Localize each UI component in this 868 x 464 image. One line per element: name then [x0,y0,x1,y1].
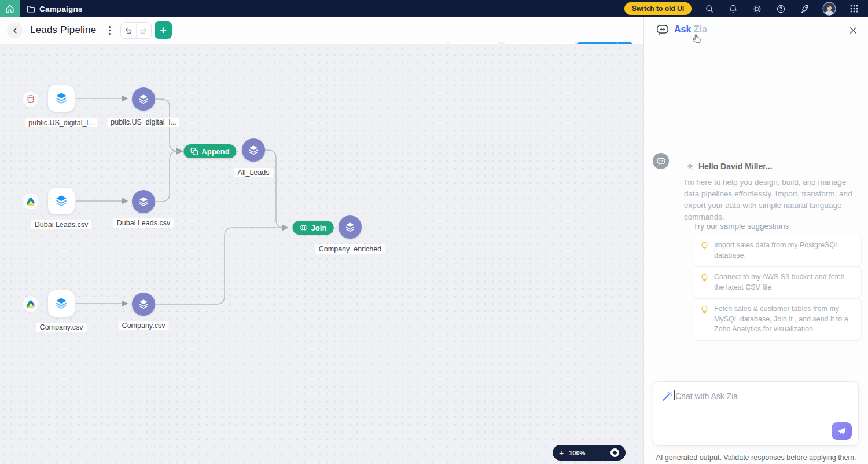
stage-node-company-enriched[interactable] [339,215,362,239]
avatar [822,2,836,16]
whats-new-button[interactable] [799,3,810,14]
home-button[interactable] [0,0,20,17]
stage-node-company[interactable] [132,293,155,316]
source-node-company[interactable] [48,290,75,317]
suggestion-text: Connect to my AWS S3 bucket and fetch th… [714,272,854,293]
breadcrumb[interactable]: Campaigns [27,5,83,13]
node-label: Company.csv [36,322,87,333]
notifications-button[interactable] [727,3,739,14]
user-avatar[interactable] [822,2,836,16]
layers-icon [137,298,150,310]
fit-to-screen-button[interactable] [610,448,620,458]
chevron-left-icon [11,27,19,35]
add-node-button[interactable]: + [155,21,172,39]
text-caret [674,390,675,400]
zoom-in-button[interactable]: + [559,449,564,457]
more-options-button[interactable] [103,23,116,38]
greeting-body: I'm here to help you design, build, and … [684,177,861,223]
append-icon [190,148,198,155]
pipeline-title: Leads Pipeline [30,24,96,36]
home-icon [5,3,15,14]
sparkle-icon [686,163,694,170]
undo-redo-group [120,22,152,39]
paper-plane-icon [837,427,847,436]
zia-bubble-icon [656,23,670,37]
join-icon [300,224,308,231]
node-label: Dubai Leads.csv [31,220,92,230]
gear-icon [752,4,762,14]
layers-icon [137,195,150,208]
source-connector-google-drive[interactable] [22,295,39,313]
source-node-dubai-leads[interactable] [48,188,75,214]
zia-bubble-icon [656,156,666,166]
redo-button[interactable] [136,23,152,38]
source-connector-database[interactable] [22,90,39,108]
layers-icon [54,296,69,311]
search-button[interactable] [704,3,715,14]
layers-icon [247,144,260,156]
close-panel-button[interactable] [847,24,859,36]
redo-icon [139,27,148,35]
layers-icon [137,93,150,105]
database-icon [26,94,35,104]
zoom-out-button[interactable]: — [590,449,598,457]
locate-diamond-icon [610,448,620,458]
source-node-us-digital[interactable] [48,85,75,112]
folder-icon [27,5,35,13]
node-label: Dubai Leads.csv [113,218,174,228]
bulb-icon [701,305,708,314]
greeting-title: Hello David Miller... [698,162,773,171]
stage-node-all-leads[interactable] [242,138,265,162]
bulb-icon [701,242,708,250]
bulb-icon [701,273,708,282]
pipeline-canvas[interactable]: public.US_digital_l... public.US_digital… [0,44,643,464]
node-label: public.US_digital_l... [24,118,98,128]
chat-input[interactable] [675,389,849,404]
back-button[interactable] [7,23,23,38]
stage-node-dubai-leads[interactable] [132,190,155,213]
app-window: Campaigns Switch to old UI [0,0,868,464]
ask-zia-panel-header: Ask Zia [644,17,868,43]
zia-avatar [653,153,669,169]
undo-icon [124,27,133,35]
settings-button[interactable] [751,3,763,14]
node-label: public.US_digital_l... [106,117,180,127]
suggestions-title: Try our sample suggestions [693,222,789,231]
node-label: Company_enriched [315,244,385,254]
ai-disclaimer: AI generated output. Validate responses … [644,454,868,462]
transform-node-join[interactable]: Join [293,221,334,235]
bell-icon [729,4,738,13]
apps-grid-icon [849,4,859,13]
page-title: Campaigns [39,5,83,13]
zoom-level: 100% [569,450,585,456]
canvas-zoom-control: + 100% — [553,445,626,461]
chat-input-card [653,381,859,446]
suggestion-card[interactable]: Connect to my AWS S3 bucket and fetch th… [693,266,862,298]
send-button[interactable] [832,422,852,440]
source-connector-google-drive[interactable] [22,193,39,210]
panel-title: Ask Zia [674,24,707,35]
transform-node-append[interactable]: Append [183,144,236,158]
top-nav: Campaigns Switch to old UI [0,0,868,17]
ask-zia-panel-body: Hello David Miller... I'm here to help y… [644,43,868,464]
apps-launcher-button[interactable] [848,3,860,14]
layers-icon [54,193,69,209]
undo-button[interactable] [121,23,136,38]
ask-zia-panel: Ask Zia Hello David Miller... I'm here t… [644,17,868,464]
layers-icon [54,91,69,106]
magic-wand-icon [661,391,672,402]
top-nav-actions: Switch to old UI [624,2,868,16]
layers-icon [344,221,356,233]
stage-node-us-digital[interactable] [132,87,155,111]
suggestion-card[interactable]: Fetch sales & customer tables from my My… [693,298,862,341]
search-icon [705,4,714,13]
switch-old-ui-button[interactable]: Switch to old UI [624,2,692,15]
suggestion-text: Fetch sales & customer tables from my My… [714,304,854,335]
greeting-title-row: Hello David Miller... [686,162,773,171]
google-drive-icon [26,197,35,206]
help-button[interactable] [775,3,786,14]
node-label: All_Leads [234,167,274,178]
suggestion-card[interactable]: Import sales data from my PostgreSQL dat… [693,235,862,266]
suggestion-text: Import sales data from my PostgreSQL dat… [714,240,854,261]
close-icon [849,26,858,35]
